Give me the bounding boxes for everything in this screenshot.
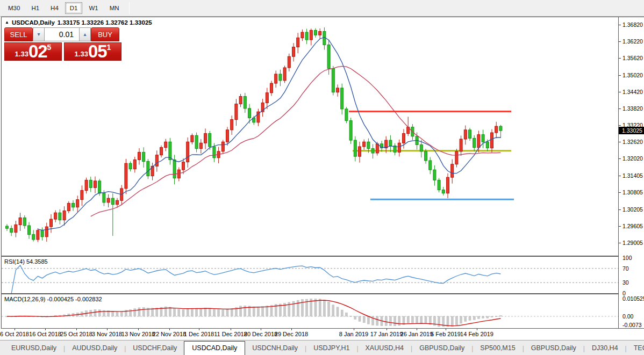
chart-tab-dj30-h4[interactable]: DJ30,H4 — [585, 342, 625, 355]
macd-histogram-bar — [204, 308, 206, 316]
price-axis-label: 1.29005 — [622, 240, 643, 246]
volume-decrease-button[interactable]: ▾ — [33, 27, 45, 41]
date-tick — [76, 329, 77, 330]
date-tick — [387, 329, 387, 330]
date-tick — [169, 329, 170, 330]
macd-histogram-bar — [385, 316, 387, 325]
date-tick — [291, 329, 292, 330]
date-tick — [261, 329, 261, 330]
chart-tab-sp500-m15[interactable]: SP500,M15 — [473, 342, 522, 355]
candle-body — [63, 211, 66, 220]
sell-price-quote[interactable]: 1.33025 — [4, 42, 62, 61]
date-axis-label: 16 Oct 2018 — [29, 331, 61, 337]
chart-window-title: ▲ USDCAD,Daily 1.33175 1.33226 1.32762 1… — [5, 19, 152, 26]
candle-body — [314, 30, 317, 35]
axis-tick — [619, 41, 621, 42]
timeframe-button-h1[interactable]: H1 — [26, 2, 44, 14]
macd-histogram-bar — [367, 316, 369, 324]
timeframe-button-h4[interactable]: H4 — [46, 2, 63, 14]
chart-tab-usdjpy-h1[interactable]: USDJPY,H1 — [306, 342, 356, 355]
candle-body — [182, 162, 185, 170]
candle-body — [354, 140, 356, 156]
date-tick — [138, 329, 139, 330]
candle-body — [367, 142, 370, 148]
axis-tick — [619, 75, 621, 76]
timeframe-button-w1[interactable]: W1 — [84, 2, 103, 14]
candle-body — [442, 190, 445, 193]
macd-histogram-bar — [411, 316, 413, 323]
macd-histogram-bar — [328, 302, 330, 316]
candle-body — [477, 135, 480, 148]
candle-body — [310, 30, 312, 40]
candle-body — [451, 164, 454, 177]
candle-body — [45, 227, 48, 237]
macd-histogram-bar — [314, 299, 317, 316]
price-axis-label: 1.30205 — [622, 206, 643, 213]
candle-body — [94, 181, 97, 187]
candle-body — [19, 218, 22, 224]
timeframe-button-mn[interactable]: MN — [105, 2, 124, 14]
macd-histogram-bar — [169, 307, 171, 316]
candle-body — [482, 135, 484, 142]
timeframe-button-d1[interactable]: D1 — [65, 2, 83, 14]
rsi-line — [11, 265, 500, 293]
chart-tab-audusd-daily[interactable]: AUDUSD,Daily — [65, 342, 124, 355]
date-axis-label: 14 Feb 2019 — [460, 331, 493, 337]
candle-body — [89, 180, 92, 187]
date-tick — [477, 329, 477, 330]
candle-body — [6, 226, 9, 228]
candle-body — [473, 138, 476, 147]
buy-price-quote[interactable]: 1.33051 — [64, 42, 121, 61]
macd-indicator-panel[interactable]: MACD(12,26,9) -0.000425 -0.002832 — [1, 294, 619, 329]
candle-body — [327, 45, 330, 68]
macd-histogram-bar — [90, 310, 92, 316]
macd-histogram-bar — [218, 310, 220, 316]
chart-tab-eurusd-daily[interactable]: EURUSD,Daily — [4, 342, 63, 355]
candle-body — [204, 134, 207, 143]
candle-body — [341, 88, 344, 109]
chart-tab-gbpusd-daily[interactable]: GBPUSD,Daily — [412, 342, 471, 355]
candle-body — [221, 142, 224, 151]
volume-input[interactable] — [45, 27, 79, 41]
chart-tab-usdchf-daily[interactable]: USDCHF,Daily — [126, 342, 184, 355]
date-tick — [231, 329, 231, 330]
date-axis-label: 25 Oct 2018 — [60, 331, 92, 337]
candle-body — [244, 97, 246, 108]
candle-body — [85, 180, 88, 190]
buy-button[interactable]: BUY — [91, 27, 119, 41]
chart-tab-usdcad-daily[interactable]: USDCAD,Daily — [184, 341, 245, 355]
rsi-indicator-panel[interactable]: RSI(14) 54.3585 — [1, 256, 619, 294]
candle-body — [469, 130, 471, 139]
chart-tab-bar: EURUSD,Daily|AUDUSD,Daily|USDCHF,DailyUS… — [0, 340, 644, 355]
collapse-triangle-icon[interactable]: ▲ — [5, 20, 9, 25]
date-tick — [417, 329, 417, 330]
macd-histogram-bar — [191, 308, 193, 316]
chart-tab-gbpusd-daily[interactable]: GBPUSD,Daily — [524, 342, 583, 355]
chart-tab-tech100-h1[interactable]: TECH100,H1 — [627, 342, 644, 355]
axis-tick — [619, 142, 621, 142]
date-axis[interactable]: 6 Oct 201816 Oct 201825 Oct 20183 Nov 20… — [0, 329, 644, 340]
candle-body — [111, 198, 114, 204]
candle-body — [173, 160, 176, 178]
chart-tab-xauusd-h4[interactable]: XAUUSD,H4 — [359, 342, 411, 355]
price-axis[interactable]: 1.368201.362201.356201.350201.344201.338… — [619, 17, 644, 329]
timeframe-button-m30[interactable]: M30 — [3, 2, 25, 14]
chart-tab-usdcnh-daily[interactable]: USDCNH,Daily — [245, 342, 305, 355]
buy-price-pip: 1 — [107, 44, 111, 51]
candle-body — [147, 162, 149, 176]
axis-tick — [619, 226, 621, 227]
candle-body — [270, 83, 273, 93]
volume-increase-button[interactable]: ▴ — [79, 27, 91, 41]
candle-body — [288, 56, 290, 68]
macd-histogram-bar — [420, 316, 423, 323]
candle-body — [191, 135, 194, 142]
candle-body — [23, 218, 26, 226]
date-axis-label: 29 Dec 2018 — [275, 331, 308, 337]
date-axis-label: 8 Jan 2019 — [339, 331, 368, 337]
candle-body — [279, 74, 282, 81]
sell-button[interactable]: SELL — [4, 27, 33, 41]
axis-tick — [619, 243, 621, 243]
date-axis-label: 26 Jan 2019 — [400, 331, 433, 337]
date-axis-label: 20 Dec 2018 — [244, 331, 277, 337]
main-chart-panel[interactable]: ▲ USDCAD,Daily 1.33175 1.33226 1.32762 1… — [1, 17, 619, 256]
